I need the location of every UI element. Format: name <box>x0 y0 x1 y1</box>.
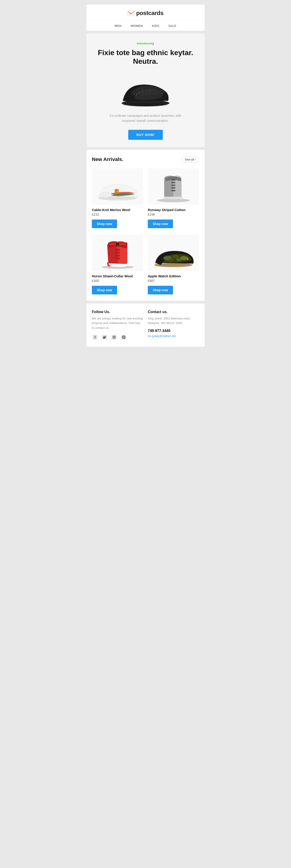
product-name-1: Cable-Knit Merino Wool <box>92 208 143 212</box>
email-wrapper: ✉ postcards MEN WOMEN KIDS SALE Introduc… <box>86 5 205 347</box>
nav-women[interactable]: WOMEN <box>131 24 143 28</box>
instagram-icon[interactable] <box>111 334 117 340</box>
arrivals-title: New Arrivals. <box>92 156 123 162</box>
svg-point-39 <box>176 258 182 261</box>
product-card: 🐯 Cable-Knit Merino Wool £233 Shop now <box>92 168 143 228</box>
svg-text:✉: ✉ <box>130 13 131 15</box>
product-image-1: 🐯 <box>92 168 143 205</box>
product-image-3 <box>92 235 143 271</box>
shop-now-button-2[interactable]: Shop now <box>148 219 173 228</box>
svg-point-38 <box>169 258 174 261</box>
svg-point-36 <box>173 255 179 258</box>
contact-address: King street, 2901 Marmara road, Newyork,… <box>148 316 199 326</box>
svg-rect-18 <box>172 179 176 180</box>
hero-shoe-image <box>93 71 198 108</box>
see-all-button[interactable]: See all › <box>181 156 199 163</box>
product-price-2: £246 <box>148 213 199 216</box>
svg-rect-20 <box>172 184 176 186</box>
hero-section: Introducing Fixie tote bag ethnic keytar… <box>86 33 205 147</box>
product-image-2 <box>148 168 199 205</box>
svg-rect-31 <box>115 252 120 253</box>
arrivals-header: New Arrivals. See all › <box>92 156 199 163</box>
svg-rect-30 <box>115 249 120 250</box>
twitter-icon[interactable] <box>101 334 108 340</box>
nav-sale[interactable]: SALE <box>169 24 176 28</box>
svg-rect-32 <box>115 255 120 256</box>
svg-rect-21 <box>172 187 176 188</box>
shop-now-button-3[interactable]: Shop now <box>92 286 117 294</box>
pinterest-icon[interactable] <box>120 334 127 340</box>
hero-intro-text: Introducing <box>93 42 198 45</box>
product-price-3: £300 <box>92 279 143 283</box>
hero-title: Fixie tote bag ethnic keytar. Neutra. <box>93 48 198 66</box>
nav-bar: MEN WOMEN KIDS SALE <box>91 21 200 31</box>
logo-text: postcards <box>136 9 163 17</box>
product-card: Runway Striped Cotton £246 Shop now <box>148 168 199 228</box>
product-card: Huron Shawl-Collar Wool £300 Shop now <box>92 235 143 294</box>
product-card: ★ Apple Watch Edition £887 Shop now <box>148 235 199 294</box>
email-icon: ✉ <box>128 10 135 16</box>
facebook-icon[interactable] <box>92 334 98 340</box>
social-icons-row <box>92 334 143 340</box>
header-section: ✉ postcards MEN WOMEN KIDS SALE <box>86 5 205 31</box>
svg-text:★: ★ <box>186 257 189 260</box>
product-name-4: Apple Watch Edition <box>148 274 199 278</box>
products-grid: 🐯 Cable-Knit Merino Wool £233 Shop now <box>92 168 199 294</box>
shop-now-button-1[interactable]: Shop now <box>92 219 117 228</box>
svg-rect-29 <box>116 243 119 245</box>
contact-email[interactable]: bo.grady@nathen.biz <box>148 334 199 338</box>
hero-description: Co-ordinate campaigns and product launch… <box>109 113 182 123</box>
shop-now-button-4[interactable]: Shop now <box>148 286 173 294</box>
svg-rect-19 <box>172 182 176 183</box>
svg-point-9 <box>122 103 168 106</box>
arrivals-section: New Arrivals. See all › <box>86 150 205 301</box>
svg-rect-1 <box>128 11 135 16</box>
product-price-1: £233 <box>92 213 143 216</box>
follow-title: Follow Us. <box>92 310 143 314</box>
logo-area: ✉ postcards <box>91 9 200 21</box>
product-name-3: Huron Shawl-Collar Wool <box>92 274 143 278</box>
svg-rect-33 <box>115 257 120 259</box>
nav-men[interactable]: MEN <box>115 24 121 28</box>
footer-section: Follow Us. We are always looking for new… <box>86 304 205 347</box>
product-image-4: ★ <box>148 235 199 271</box>
product-name-2: Runway Striped Cotton <box>148 208 199 212</box>
footer-contact-column: Contact us. King street, 2901 Marmara ro… <box>148 310 199 340</box>
follow-text: We are always looking for new exciting p… <box>92 316 143 331</box>
product-price-4: £887 <box>148 279 199 283</box>
contact-phone: 749-977-3440 <box>148 329 199 333</box>
svg-point-46 <box>115 336 115 337</box>
footer-follow-column: Follow Us. We are always looking for new… <box>92 310 143 340</box>
buy-now-button[interactable]: BUY NOW! <box>128 130 163 140</box>
contact-title: Contact us. <box>148 310 199 314</box>
nav-kids[interactable]: KIDS <box>152 24 159 28</box>
svg-rect-43 <box>112 335 116 340</box>
